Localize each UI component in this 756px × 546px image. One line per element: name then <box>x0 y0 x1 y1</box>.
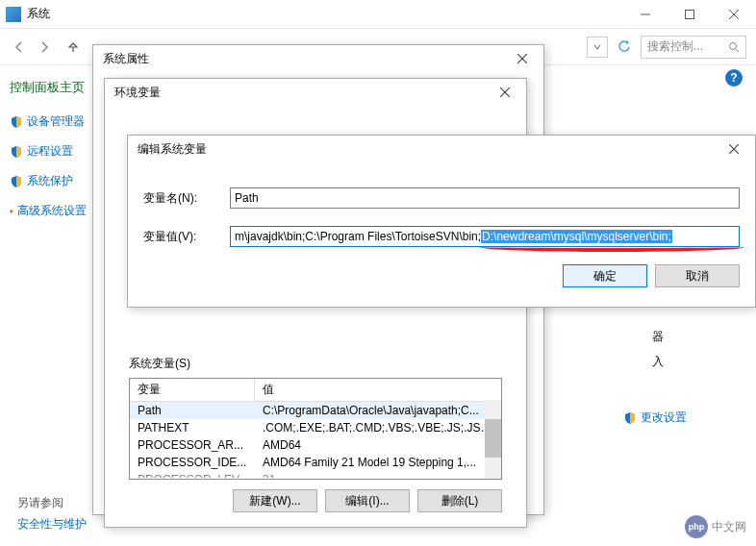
sidebar-title: 控制面板主页 <box>10 79 87 96</box>
var-name-value: Path <box>235 191 259 205</box>
value-selected: D:\newdream\mysql\mysqlserver\bin; <box>481 230 672 243</box>
window-title: 系统 <box>27 6 623 22</box>
cell-name: PROCESSOR_AR... <box>130 437 255 453</box>
search-input[interactable]: 搜索控制... <box>641 36 746 59</box>
search-icon <box>728 41 740 53</box>
main-titlebar: 系统 <box>0 0 756 29</box>
php-logo-icon: php <box>685 515 708 538</box>
table-row[interactable]: PROCESSOR_AR... AMD64 <box>130 436 501 454</box>
table-row[interactable]: PROCESSOR_IDE... AMD64 Family 21 Model 1… <box>130 454 501 471</box>
edit-button[interactable]: 编辑(I)... <box>325 489 410 512</box>
var-value-input[interactable]: m\javajdk\bin;C:\Program Files\TortoiseS… <box>230 226 740 247</box>
close-icon[interactable] <box>722 139 745 159</box>
watermark: php 中文网 <box>685 515 746 538</box>
col-name[interactable]: 变量 <box>130 379 255 401</box>
dialog-titlebar: 系统属性 <box>93 45 543 72</box>
refresh-button[interactable] <box>614 37 635 58</box>
up-button[interactable] <box>63 37 83 57</box>
sidebar-item-advanced[interactable]: 高级系统设置 <box>10 203 87 219</box>
search-placeholder: 搜索控制... <box>647 38 703 55</box>
close-button[interactable] <box>712 0 756 29</box>
system-vars-label: 系统变量(S) <box>129 356 526 372</box>
window-controls <box>623 0 756 29</box>
var-name-label: 变量名(N): <box>143 190 230 207</box>
see-also-label: 另请参阅 <box>17 495 63 511</box>
close-icon[interactable] <box>493 83 517 102</box>
sidebar-item-device-manager[interactable]: 设备管理器 <box>10 113 87 130</box>
sidebar-item-label: 远程设置 <box>27 143 73 160</box>
sidebar-item-label: 设备管理器 <box>27 113 85 130</box>
cell-value: .COM;.EXE;.BAT;.CMD;.VBS;.VBE;.JS;.JSE;.… <box>255 420 501 435</box>
table-row[interactable]: PATHEXT .COM;.EXE;.BAT;.CMD;.VBS;.VBE;.J… <box>130 419 501 436</box>
ok-button[interactable]: 确定 <box>563 264 647 287</box>
table-header: 变量 值 <box>130 379 501 402</box>
cell-value: 21 <box>255 472 501 478</box>
sidebar: 控制面板主页 设备管理器 远程设置 系统保护 高级系统设置 <box>0 65 96 546</box>
cell-name: Path <box>130 403 255 418</box>
new-button[interactable]: 新建(W)... <box>233 489 317 512</box>
address-dropdown[interactable] <box>587 37 608 58</box>
table-row[interactable]: Path C:\ProgramData\Oracle\Java\javapath… <box>130 402 501 419</box>
annotation-underline <box>480 247 744 252</box>
system-icon <box>6 7 21 22</box>
security-link[interactable]: 安全性与维护 <box>17 516 87 533</box>
shield-icon <box>10 115 23 129</box>
text-fragment: 入 <box>652 354 664 370</box>
system-vars-table: 变量 值 Path C:\ProgramData\Oracle\Java\jav… <box>129 378 502 480</box>
text-fragment: 器 <box>652 329 664 345</box>
dialog-title: 环境变量 <box>114 85 493 101</box>
cell-value: AMD64 Family 21 Model 19 Stepping 1,... <box>255 455 501 470</box>
value-prefix: m\javajdk\bin;C:\Program Files\TortoiseS… <box>235 230 481 243</box>
dialog-title: 系统属性 <box>103 51 511 67</box>
cell-value: C:\ProgramData\Oracle\Java\javapath;C... <box>255 403 501 418</box>
sidebar-item-remote[interactable]: 远程设置 <box>10 143 87 160</box>
svg-point-4 <box>730 42 737 49</box>
help-icon[interactable]: ? <box>725 69 743 87</box>
shield-icon <box>623 411 637 425</box>
scrollbar[interactable] <box>485 400 501 479</box>
sidebar-item-label: 高级系统设置 <box>17 203 87 219</box>
edit-var-dialog: 编辑系统变量 变量名(N): Path 变量值(V): m\javajdk\bi… <box>127 135 756 308</box>
back-button[interactable] <box>10 37 29 57</box>
cell-name: PROCESSOR_LEV <box>130 472 255 478</box>
minimize-button[interactable] <box>623 0 668 29</box>
delete-button[interactable]: 删除(L) <box>417 489 502 512</box>
shield-icon <box>10 145 23 159</box>
cell-name: PATHEXT <box>130 420 255 435</box>
svg-rect-1 <box>686 10 694 18</box>
var-name-input[interactable]: Path <box>230 187 740 209</box>
shield-icon <box>10 175 23 188</box>
svg-line-5 <box>736 49 739 52</box>
cancel-button[interactable]: 取消 <box>655 264 740 287</box>
change-settings-link[interactable]: 更改设置 <box>623 410 687 426</box>
sidebar-item-label: 系统保护 <box>27 173 73 189</box>
close-icon[interactable] <box>511 49 534 68</box>
watermark-text: 中文网 <box>712 519 746 535</box>
col-value[interactable]: 值 <box>255 379 501 401</box>
cell-value: AMD64 <box>255 437 501 453</box>
cell-name: PROCESSOR_IDE... <box>130 455 255 470</box>
dialog-titlebar: 编辑系统变量 <box>128 136 755 162</box>
shield-icon <box>10 205 13 218</box>
change-settings-label: 更改设置 <box>641 410 687 426</box>
sidebar-item-protection[interactable]: 系统保护 <box>10 173 87 189</box>
maximize-button[interactable] <box>668 0 712 29</box>
table-row[interactable]: PROCESSOR_LEV 21 <box>130 471 501 479</box>
var-value-label: 变量值(V): <box>143 229 230 245</box>
dialog-title: 编辑系统变量 <box>138 141 722 158</box>
forward-button[interactable] <box>35 37 54 57</box>
dialog-titlebar: 环境变量 <box>105 79 526 106</box>
